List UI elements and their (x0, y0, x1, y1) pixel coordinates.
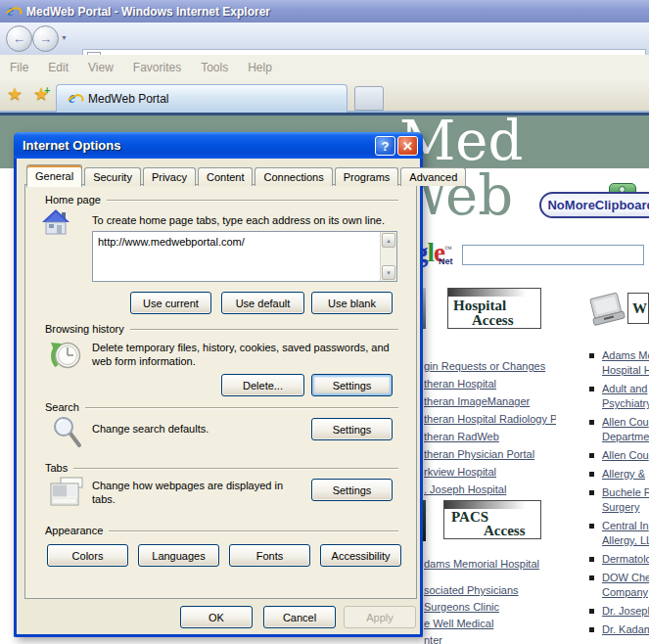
menu-edit[interactable]: Edit (38, 61, 78, 74)
list-item[interactable]: . Joseph Hospital (424, 480, 556, 497)
menu-tools[interactable]: Tools (191, 61, 238, 74)
ok-button[interactable]: OK (180, 606, 253, 628)
trademark-icon: ™ (444, 245, 452, 253)
add-favorite-plus-icon: + (44, 84, 50, 96)
forward-button[interactable]: → (32, 25, 59, 52)
textarea-scrollbar[interactable]: ▲ ▼ (380, 232, 396, 281)
list-item[interactable]: theran Hospital (424, 374, 556, 391)
appearance-group-label: Appearance (45, 525, 398, 536)
list-item[interactable]: rkview Hospital (424, 462, 556, 480)
bullet-icon (589, 453, 594, 458)
delete-button[interactable]: Delete... (221, 374, 304, 396)
scroll-up-button[interactable]: ▲ (382, 233, 395, 248)
scroll-down-icon: ▼ (386, 270, 392, 276)
web-access-header-fragment: W (627, 293, 649, 324)
list-item[interactable]: Dr. Kadam (587, 622, 649, 637)
bullet-icon (589, 575, 594, 580)
ie-logo-icon: e (5, 4, 21, 20)
google-search-input[interactable] (462, 245, 644, 265)
tab-advanced[interactable]: Advanced (400, 167, 466, 186)
tab-bar: ★ ★+ e MedWeb Portal (0, 80, 649, 113)
list-item[interactable]: Surgeons Clinic (424, 597, 556, 614)
laptop-icon (588, 290, 626, 335)
home-page-value: http://www.medwebportal.com/ (98, 236, 245, 248)
use-current-button[interactable]: Use current (130, 292, 211, 314)
help-icon: ? (382, 139, 390, 154)
browsing-history-group-label: Browsing history (45, 323, 398, 335)
search-description: Change search defaults. (92, 422, 307, 436)
dialog-titlebar: Internet Options (14, 132, 423, 159)
list-item[interactable]: sociated Physicians (424, 580, 556, 597)
nav-dropdown-caret-icon[interactable]: ▼ (61, 34, 68, 41)
list-item[interactable]: Buchele FSurgery (587, 485, 649, 515)
history-settings-button[interactable]: Settings (311, 374, 393, 396)
list-item[interactable]: gin Requests or Changes (424, 356, 556, 374)
home-page-instruction: To create home page tabs, type each addr… (92, 213, 415, 227)
list-item[interactable]: theran ImageManager (424, 391, 556, 409)
add-favorite-icon[interactable]: ★+ (33, 83, 49, 105)
search-group-label: Search (45, 401, 398, 413)
list-item[interactable]: theran Hospital Radiology PACS (424, 409, 556, 427)
tab-content[interactable]: Content (198, 167, 254, 186)
list-item[interactable]: Allen CouDepartmen (587, 415, 649, 444)
bullet-icon (589, 609, 594, 614)
dialog-help-button[interactable]: ? (375, 136, 395, 156)
nomoreclipboard-button[interactable]: NoMoreClipboard (539, 192, 649, 218)
cancel-button[interactable]: Cancel (263, 606, 336, 628)
use-blank-button[interactable]: Use blank (311, 292, 393, 314)
list-item[interactable]: Adams MeHospital HI (587, 348, 649, 378)
home-icon (41, 208, 70, 240)
list-item[interactable]: e Well Medical (424, 614, 556, 630)
tabs-settings-button[interactable]: Settings (311, 479, 393, 501)
menu-file[interactable]: File (0, 61, 38, 74)
list-item[interactable]: DOW CheCompany (587, 571, 649, 600)
home-page-textarea[interactable]: http://www.medwebportal.com/ ▲ ▼ (92, 231, 397, 282)
tab-privacy[interactable]: Privacy (143, 167, 196, 186)
list-item[interactable]: theran RadWeb (424, 427, 556, 444)
menu-help[interactable]: Help (238, 61, 282, 74)
menu-favorites[interactable]: Favorites (123, 61, 191, 74)
tab-general[interactable]: General (26, 164, 82, 187)
search-settings-button[interactable]: Settings (311, 418, 393, 440)
divider (73, 468, 398, 469)
bullet-icon (589, 557, 594, 562)
languages-button[interactable]: Languages (138, 544, 219, 567)
list-item[interactable]: dams Memorial Hospital (424, 554, 556, 571)
tab-connections[interactable]: Connections (255, 167, 332, 186)
list-item[interactable]: nter (424, 630, 556, 644)
bullet-icon (589, 420, 594, 425)
use-default-button[interactable]: Use default (221, 292, 304, 314)
bullet-icon (589, 472, 594, 477)
list-item[interactable]: Dr. Joseph (587, 604, 649, 619)
list-item[interactable]: Allen Cou (587, 448, 649, 463)
list-item[interactable]: Central InAllergy, LL (587, 519, 649, 548)
tabs-description: Change how webpages are displayed in tab… (92, 479, 302, 506)
apply-button: Apply (344, 606, 416, 628)
dialog-close-button[interactable]: ✕ (397, 136, 418, 156)
tab-label: MedWeb Portal (88, 92, 168, 106)
menu-view[interactable]: View (78, 61, 123, 74)
colors-button[interactable]: Colors (47, 544, 128, 567)
header-gradient-bar (444, 501, 540, 509)
list-item[interactable]: theran Physician Portal (424, 444, 556, 462)
header-gradient-bar (448, 289, 540, 297)
general-tab-page: Home page To create home page tabs, type… (24, 184, 417, 599)
new-tab-button[interactable] (354, 86, 384, 111)
web-access-label: W (632, 301, 647, 316)
forward-arrow-icon: → (39, 31, 52, 46)
scroll-down-button[interactable]: ▼ (382, 265, 395, 280)
accessibility-button[interactable]: Accessibility (320, 544, 401, 567)
divider (107, 200, 398, 201)
favorites-star-icon[interactable]: ★ (7, 83, 23, 105)
tab-medweb-portal[interactable]: e MedWeb Portal (56, 84, 348, 113)
back-button[interactable]: ← (6, 25, 32, 52)
list-item[interactable]: Allergy & (587, 467, 649, 482)
list-item[interactable]: Dermatolo (587, 552, 649, 567)
menu-bar: File Edit View Favorites Tools Help (0, 55, 649, 81)
fonts-button[interactable]: Fonts (229, 544, 310, 567)
list-item[interactable]: Adult andPsychiatry (587, 382, 649, 411)
tab-security[interactable]: Security (84, 167, 141, 186)
hospital-access-header: Hospital Access (447, 288, 541, 329)
history-clock-icon (49, 338, 84, 377)
tab-programs[interactable]: Programs (335, 167, 399, 186)
